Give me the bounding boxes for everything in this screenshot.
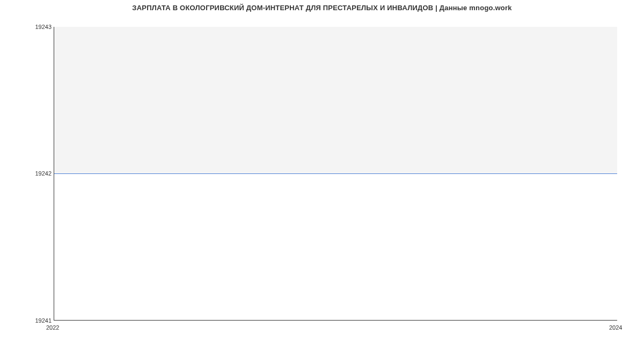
area-fill — [54, 27, 617, 173]
chart-title: ЗАРПЛАТА В ОКОЛОГРИВСКИЙ ДОМ-ИНТЕРНАТ ДЛ… — [0, 4, 644, 12]
y-tick-label: 19242 — [3, 170, 52, 177]
x-tick-label: 2022 — [46, 324, 59, 331]
data-line — [54, 173, 617, 174]
y-tick-label: 19241 — [3, 317, 52, 324]
chart-container: ЗАРПЛАТА В ОКОЛОГРИВСКИЙ ДОМ-ИНТЕРНАТ ДЛ… — [0, 0, 644, 349]
y-tick-label: 19243 — [3, 24, 52, 30]
plot-area — [54, 27, 617, 321]
x-tick-label: 2024 — [609, 324, 622, 331]
